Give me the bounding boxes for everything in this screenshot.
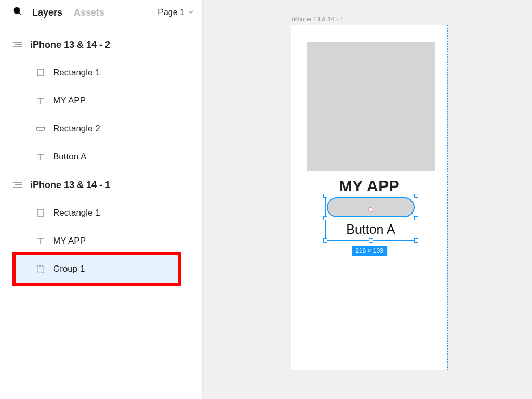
layer-group-selected[interactable]: Group 1 (16, 255, 178, 283)
rectangle-icon (35, 69, 46, 77)
layer-rectangle[interactable]: Rectangle 2 (0, 115, 202, 143)
frame-icon (12, 181, 23, 189)
layer-label: iPhone 13 & 14 - 1 (30, 180, 110, 191)
layer-frame[interactable]: iPhone 13 & 14 - 2 (0, 31, 202, 59)
layer-label: MY APP (53, 96, 86, 106)
layer-label: Rectangle 1 (53, 208, 100, 218)
layer-frame[interactable]: iPhone 13 & 14 - 1 (0, 171, 202, 199)
layer-text[interactable]: Button A (0, 143, 202, 171)
layer-label: Rectangle 1 (53, 68, 100, 78)
layer-rectangle[interactable]: Rectangle 1 (0, 59, 202, 87)
rectangle-icon (35, 209, 46, 217)
text-icon (35, 97, 46, 105)
layer-text[interactable]: MY APP (0, 227, 202, 255)
frame-title-label[interactable]: iPhone 13 & 14 - 1 (292, 16, 343, 23)
tab-layers[interactable]: Layers (32, 7, 62, 18)
layer-text[interactable]: MY APP (0, 87, 202, 115)
artboard-frame[interactable]: MY APP Button A 216 × 103 (291, 25, 448, 370)
layer-label: MY APP (53, 236, 86, 246)
text-icon (35, 153, 46, 161)
chevron-down-icon (188, 8, 194, 17)
panel-header: Layers Assets Page 1 (0, 0, 202, 25)
placeholder-image-rect[interactable] (307, 42, 435, 171)
app-title-text[interactable]: MY APP (291, 177, 447, 195)
resize-handle[interactable] (323, 194, 327, 198)
canvas[interactable]: iPhone 13 & 14 - 1 MY APP Button A 216 ×… (203, 0, 532, 399)
svg-line-1 (19, 13, 21, 15)
layer-label: iPhone 13 & 14 - 2 (30, 39, 110, 50)
svg-rect-5 (37, 70, 44, 76)
frame-icon (12, 41, 23, 48)
selection-bounds (325, 196, 416, 241)
resize-handle[interactable] (369, 194, 373, 198)
selection-group[interactable]: Button A (325, 196, 416, 241)
annotation-highlight: Group 1 (12, 252, 181, 286)
group-icon (35, 265, 46, 273)
resize-handle[interactable] (414, 194, 418, 198)
selection-size-badge: 216 × 103 (352, 246, 387, 256)
svg-rect-8 (36, 127, 45, 130)
layers-panel: Layers Assets Page 1 iPhone 13 & 14 - 2 … (0, 0, 203, 399)
layer-rectangle[interactable]: Rectangle 1 (0, 199, 202, 227)
page-switcher[interactable]: Page 1 (158, 8, 194, 17)
resize-handle[interactable] (323, 216, 327, 220)
resize-handle[interactable] (414, 216, 418, 220)
layer-label: Button A (53, 152, 86, 162)
resize-handle[interactable] (369, 238, 373, 243)
layer-tree: iPhone 13 & 14 - 2 Rectangle 1 MY APP Re… (0, 25, 202, 283)
tab-assets[interactable]: Assets (74, 7, 104, 18)
svg-point-0 (14, 8, 20, 14)
text-icon (35, 237, 46, 245)
layer-label: Rectangle 2 (53, 124, 100, 134)
resize-handle[interactable] (323, 238, 327, 243)
svg-rect-17 (37, 266, 44, 272)
pill-icon (35, 127, 46, 131)
svg-rect-14 (37, 210, 44, 216)
search-icon[interactable] (12, 6, 23, 19)
resize-handle[interactable] (414, 238, 418, 243)
layer-label: Group 1 (53, 264, 85, 274)
page-label: Page 1 (158, 8, 184, 17)
